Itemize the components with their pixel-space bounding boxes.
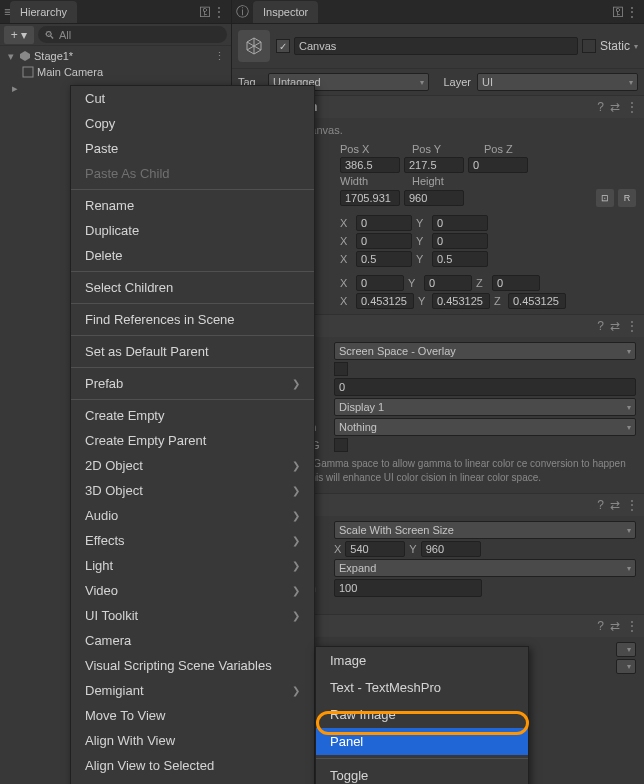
pivoty-input[interactable]: [432, 251, 488, 267]
menu-separator: [316, 758, 528, 759]
menu-item-effects[interactable]: Effects❯: [71, 528, 314, 553]
hierarchy-tab[interactable]: Hierarchy: [10, 1, 77, 23]
menu-item-find-references-in-scene[interactable]: Find References in Scene: [71, 307, 314, 332]
gameobject-row[interactable]: Main Camera: [0, 64, 231, 80]
menu-item-light[interactable]: Light❯: [71, 553, 314, 578]
scalex-input[interactable]: [356, 293, 414, 309]
menu-item-cut[interactable]: Cut: [71, 86, 314, 111]
layer-dropdown[interactable]: UI: [477, 73, 638, 91]
menu-item-paste-as-child[interactable]: Paste As Child: [71, 161, 314, 186]
pivotx-input[interactable]: [356, 251, 412, 267]
menu-item-label: Align View to Selected: [85, 758, 214, 773]
active-checkbox[interactable]: ✓: [276, 39, 290, 53]
component-menu-icon[interactable]: ⋮: [626, 498, 638, 512]
anchor-maxx-input[interactable]: [356, 233, 412, 249]
menu-item-rename[interactable]: Rename: [71, 193, 314, 218]
menu-item-audio[interactable]: Audio❯: [71, 503, 314, 528]
help-icon[interactable]: ?: [597, 100, 604, 114]
scaley-input[interactable]: [432, 293, 490, 309]
anchor-miny-input[interactable]: [432, 215, 488, 231]
menu-item-paste[interactable]: Paste: [71, 136, 314, 161]
pixels-input[interactable]: [334, 579, 482, 597]
submenu-item-toggle[interactable]: Toggle: [316, 762, 528, 784]
height-input[interactable]: [404, 190, 464, 206]
raw-edit-button[interactable]: R: [618, 189, 636, 207]
refy-input[interactable]: [421, 541, 481, 557]
object-name-input[interactable]: [294, 37, 578, 55]
submenu-arrow-icon: ❯: [292, 560, 300, 571]
inspector-tab[interactable]: Inspector: [253, 1, 318, 23]
menu-item-align-with-view[interactable]: Align With View: [71, 728, 314, 753]
rotz-input[interactable]: [492, 275, 540, 291]
component-menu-icon[interactable]: ⋮: [626, 100, 638, 114]
preset-icon[interactable]: ⇄: [610, 498, 620, 512]
menu-item-align-view-to-selected[interactable]: Align View to Selected: [71, 753, 314, 778]
panel-menu-icon[interactable]: ⋮: [626, 5, 640, 19]
menu-item-video[interactable]: Video❯: [71, 578, 314, 603]
help-icon[interactable]: ?: [597, 319, 604, 333]
roty-input[interactable]: [424, 275, 472, 291]
menu-item-demigiant[interactable]: Demigiant❯: [71, 678, 314, 703]
menu-item-move-to-view[interactable]: Move To View: [71, 703, 314, 728]
blueprint-mode-button[interactable]: ⊡: [596, 189, 614, 207]
panel-menu-icon[interactable]: ⋮: [213, 5, 227, 19]
component-menu-icon[interactable]: ⋮: [626, 319, 638, 333]
menu-item-ui-toolkit[interactable]: UI Toolkit❯: [71, 603, 314, 628]
gamma-checkbox[interactable]: [334, 438, 348, 452]
menu-item-duplicate[interactable]: Duplicate: [71, 218, 314, 243]
posz-input[interactable]: [468, 157, 528, 173]
collapsed-dropdown[interactable]: [616, 659, 636, 674]
shader-channels-dropdown[interactable]: Nothing: [334, 418, 636, 436]
submenu-item-panel[interactable]: Panel: [316, 728, 528, 755]
anchor-maxy-input[interactable]: [432, 233, 488, 249]
submenu-item-raw-image[interactable]: Raw Image: [316, 701, 528, 728]
menu-item-camera[interactable]: Camera: [71, 628, 314, 653]
menu-separator: [71, 271, 314, 272]
menu-item-3d-object[interactable]: 3D Object❯: [71, 478, 314, 503]
match-mode-dropdown[interactable]: Expand: [334, 559, 636, 577]
menu-item-delete[interactable]: Delete: [71, 243, 314, 268]
scale-mode-dropdown[interactable]: Scale With Screen Size: [334, 521, 636, 539]
menu-item-visual-scripting-scene-variables[interactable]: Visual Scripting Scene Variables: [71, 653, 314, 678]
expand-arrow-icon[interactable]: ▸: [10, 82, 20, 95]
static-dropdown-icon[interactable]: ▾: [634, 42, 638, 51]
menu-item-set-as-default-parent[interactable]: Set as Default Parent: [71, 339, 314, 364]
expand-arrow-icon[interactable]: ▾: [6, 50, 16, 63]
menu-item-copy[interactable]: Copy: [71, 111, 314, 136]
unlock-icon[interactable]: ⚿: [612, 5, 626, 19]
static-checkbox[interactable]: [582, 39, 596, 53]
submenu-item-image[interactable]: Image: [316, 647, 528, 674]
width-input[interactable]: [340, 190, 400, 206]
preset-icon[interactable]: ⇄: [610, 319, 620, 333]
target-display-dropdown[interactable]: Display 1: [334, 398, 636, 416]
menu-item-create-empty-parent[interactable]: Create Empty Parent: [71, 428, 314, 453]
menu-item-prefab[interactable]: Prefab❯: [71, 371, 314, 396]
scene-menu-icon[interactable]: ⋮: [214, 50, 231, 63]
rotx-input[interactable]: [356, 275, 404, 291]
menu-item-toggle-active-state[interactable]: Toggle Active State: [71, 778, 314, 784]
render-mode-dropdown[interactable]: Screen Space - Overlay: [334, 342, 636, 360]
component-menu-icon[interactable]: ⋮: [626, 619, 638, 633]
help-icon[interactable]: ?: [597, 619, 604, 633]
sort-order-input[interactable]: [334, 378, 636, 396]
anchor-minx-input[interactable]: [356, 215, 412, 231]
preset-icon[interactable]: ⇄: [610, 619, 620, 633]
posx-input[interactable]: [340, 157, 400, 173]
collapsed-dropdown[interactable]: [616, 642, 636, 657]
menu-item-select-children[interactable]: Select Children: [71, 275, 314, 300]
scalez-input[interactable]: [508, 293, 566, 309]
preset-icon[interactable]: ⇄: [610, 100, 620, 114]
menu-item-label: Rename: [85, 198, 134, 213]
submenu-item-text-textmeshpro[interactable]: Text - TextMeshPro: [316, 674, 528, 701]
hierarchy-search-input[interactable]: 🔍︎ All: [38, 26, 227, 43]
menu-item-label: Light: [85, 558, 113, 573]
menu-item-create-empty[interactable]: Create Empty: [71, 403, 314, 428]
unlock-icon[interactable]: ⚿: [199, 5, 213, 19]
posy-input[interactable]: [404, 157, 464, 173]
create-dropdown-button[interactable]: + ▾: [4, 26, 34, 44]
pixel-perfect-checkbox[interactable]: [334, 362, 348, 376]
scene-row[interactable]: ▾ Stage1* ⋮: [0, 48, 231, 64]
menu-item-2d-object[interactable]: 2D Object❯: [71, 453, 314, 478]
help-icon[interactable]: ?: [597, 498, 604, 512]
refx-input[interactable]: [345, 541, 405, 557]
